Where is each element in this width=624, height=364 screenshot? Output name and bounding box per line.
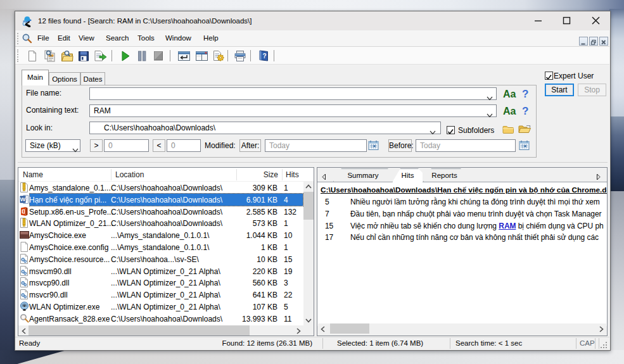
svg-text:W: W [20, 196, 26, 203]
svg-text:?: ? [262, 53, 266, 60]
